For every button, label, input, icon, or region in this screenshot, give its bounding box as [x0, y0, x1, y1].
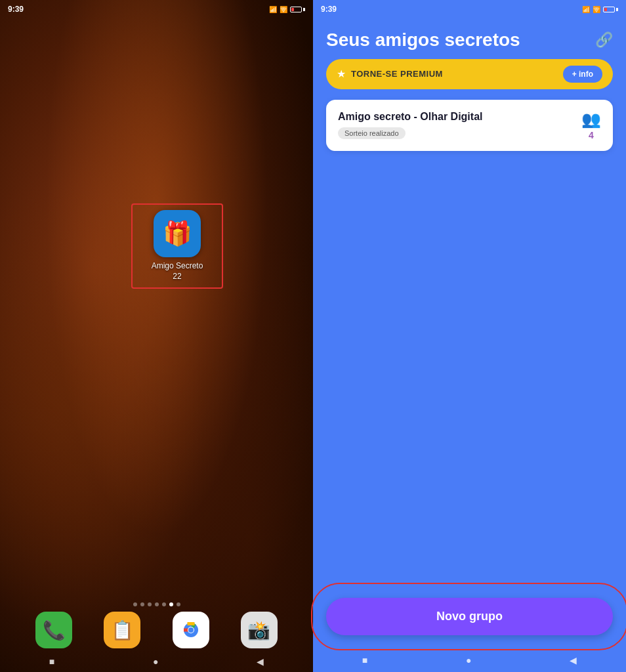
- gift-icon: 🎁: [163, 220, 192, 247]
- chrome-icon: [180, 619, 202, 641]
- app-label: Amigo Secreto 22: [152, 261, 203, 282]
- right-signal-icon: 📶: [582, 6, 590, 13]
- page-title: Seus amigos secretos: [326, 29, 595, 51]
- background-texture: [0, 0, 313, 672]
- left-status-icons: 📶 🛜: [269, 6, 305, 13]
- right-nav-circle[interactable]: ●: [466, 655, 471, 665]
- card-info: Amigo secreto - Olhar Digital Sorteio re…: [338, 111, 581, 139]
- novo-grupo-button[interactable]: Novo grupo: [326, 598, 613, 635]
- link-icon[interactable]: 🔗: [595, 32, 613, 49]
- premium-banner[interactable]: ★ TORNE-SE PREMIUM + info: [326, 59, 613, 89]
- right-header: Seus amigos secretos 🔗: [313, 18, 626, 56]
- left-panel: 9:39 📶 🛜 🎁 Amigo Secreto 22: [0, 0, 313, 672]
- right-status-bar: 9:39 📶 🛜: [313, 0, 626, 18]
- right-nav-square[interactable]: ■: [362, 655, 367, 665]
- left-status-bar: 9:39 📶 🛜: [0, 0, 313, 18]
- people-icon: 👥: [581, 110, 601, 129]
- right-time: 9:39: [321, 5, 337, 14]
- card-badge: Sorteio realizado: [338, 127, 406, 139]
- battery-icon: [290, 7, 305, 12]
- group-card[interactable]: Amigo secreto - Olhar Digital Sorteio re…: [326, 100, 613, 151]
- right-nav-back[interactable]: ◀: [570, 655, 577, 665]
- app-icon[interactable]: 🎁: [154, 210, 201, 257]
- bottom-dock: 📞 📋 📸: [0, 606, 313, 654]
- dock-notes[interactable]: 📋: [104, 612, 140, 648]
- signal-icon: 📶: [269, 6, 277, 13]
- phone-icon: 📞: [43, 620, 66, 641]
- svg-point-3: [188, 627, 194, 633]
- dock-camera[interactable]: 📸: [241, 612, 278, 648]
- right-panel: 9:39 📶 🛜 Seus amigos secretos 🔗 ★ TORNE-…: [313, 0, 626, 672]
- premium-left: ★ TORNE-SE PREMIUM: [337, 68, 443, 80]
- content-spacer: [313, 151, 626, 585]
- camera-icon: 📸: [247, 620, 270, 641]
- left-time: 9:39: [8, 5, 24, 14]
- novo-grupo-container: Novo grupo: [313, 585, 626, 648]
- right-nav-bar: ■ ● ◀: [313, 648, 626, 672]
- dock-phone[interactable]: 📞: [35, 612, 72, 648]
- left-nav-circle[interactable]: ●: [153, 656, 158, 667]
- premium-info-button[interactable]: + info: [563, 66, 602, 83]
- left-nav-bar: ■ ● ◀: [0, 654, 313, 669]
- card-title: Amigo secreto - Olhar Digital: [338, 111, 581, 123]
- dock-chrome[interactable]: [173, 612, 209, 648]
- star-icon: ★: [337, 68, 346, 80]
- left-nav-square[interactable]: ■: [49, 656, 54, 667]
- people-count: 4: [589, 130, 594, 140]
- card-participants: 👥 4: [581, 110, 601, 140]
- right-status-icons: 📶 🛜: [582, 6, 618, 13]
- left-nav-back[interactable]: ◀: [257, 656, 264, 667]
- notes-icon: 📋: [111, 620, 134, 641]
- wifi-icon: 🛜: [280, 6, 287, 13]
- premium-text: TORNE-SE PREMIUM: [351, 69, 443, 79]
- right-wifi-icon: 🛜: [593, 6, 600, 13]
- right-battery-icon: [603, 7, 618, 12]
- app-highlight-box[interactable]: 🎁 Amigo Secreto 22: [131, 203, 223, 289]
